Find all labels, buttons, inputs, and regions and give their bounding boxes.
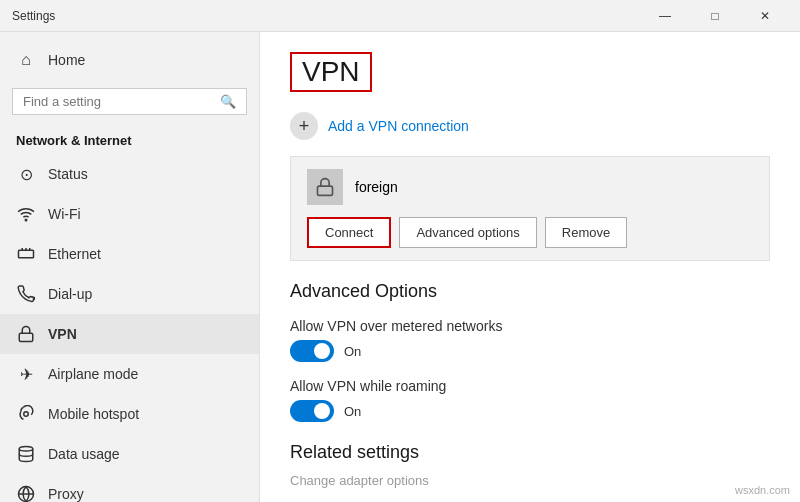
advanced-options-button[interactable]: Advanced options [399, 217, 536, 248]
wifi-icon [16, 204, 36, 224]
app-body: ⌂ Home 🔍 Network & Internet ⊙ Status Wi-… [0, 32, 800, 502]
svg-point-7 [19, 447, 33, 452]
vpn-connection-icon [307, 169, 343, 205]
status-icon: ⊙ [16, 164, 36, 184]
sidebar-section-title: Network & Internet [0, 123, 259, 154]
sidebar-item-hotspot[interactable]: Mobile hotspot [0, 394, 259, 434]
sidebar-item-proxy[interactable]: Proxy [0, 474, 259, 502]
toggle-metered-label: Allow VPN over metered networks [290, 318, 770, 334]
svg-rect-5 [19, 333, 33, 341]
add-vpn-label: Add a VPN connection [328, 118, 469, 134]
sidebar-home-label: Home [48, 52, 85, 68]
toggle-roaming-control: On [290, 400, 770, 422]
sidebar: ⌂ Home 🔍 Network & Internet ⊙ Status Wi-… [0, 32, 260, 502]
sidebar-item-label: Proxy [48, 486, 84, 502]
vpn-connection-name: foreign [355, 179, 398, 195]
toggle-roaming-row: Allow VPN while roaming On [290, 378, 770, 422]
toggle-roaming-label: Allow VPN while roaming [290, 378, 770, 394]
page-title: VPN [290, 52, 372, 92]
sidebar-item-label: Dial-up [48, 286, 92, 302]
minimize-button[interactable]: — [642, 0, 688, 32]
main-content: VPN + Add a VPN connection foreign Conne… [260, 32, 800, 502]
sidebar-item-label: Data usage [48, 446, 120, 462]
related-settings-heading: Related settings [290, 442, 770, 463]
data-icon [16, 444, 36, 464]
airplane-icon: ✈ [16, 364, 36, 384]
titlebar-title: Settings [12, 9, 55, 23]
titlebar-controls: — □ ✕ [642, 0, 788, 32]
sidebar-item-airplane[interactable]: ✈ Airplane mode [0, 354, 259, 394]
toggle-roaming-state: On [344, 404, 361, 419]
sidebar-item-wifi[interactable]: Wi-Fi [0, 194, 259, 234]
change-adapter-link[interactable]: Change adapter options [290, 473, 770, 488]
toggle-metered-row: Allow VPN over metered networks On [290, 318, 770, 362]
search-input[interactable] [23, 94, 212, 109]
sidebar-item-label: Airplane mode [48, 366, 138, 382]
sidebar-item-label: Status [48, 166, 88, 182]
toggle-metered-control: On [290, 340, 770, 362]
watermark: wsxdn.com [735, 484, 790, 496]
sidebar-item-label: VPN [48, 326, 77, 342]
add-plus-icon: + [290, 112, 318, 140]
sidebar-item-label: Wi-Fi [48, 206, 81, 222]
sidebar-item-ethernet[interactable]: Ethernet [0, 234, 259, 274]
ethernet-icon [16, 244, 36, 264]
vpn-connection-card: foreign Connect Advanced options Remove [290, 156, 770, 261]
sidebar-item-vpn[interactable]: VPN [0, 314, 259, 354]
maximize-button[interactable]: □ [692, 0, 738, 32]
remove-button[interactable]: Remove [545, 217, 627, 248]
sidebar-search-box[interactable]: 🔍 [12, 88, 247, 115]
vpn-icon [16, 324, 36, 344]
svg-point-6 [24, 412, 29, 417]
hotspot-icon [16, 404, 36, 424]
sidebar-item-label: Mobile hotspot [48, 406, 139, 422]
add-vpn-button[interactable]: + Add a VPN connection [290, 112, 770, 140]
proxy-icon [16, 484, 36, 502]
dialup-icon [16, 284, 36, 304]
sidebar-item-data[interactable]: Data usage [0, 434, 259, 474]
svg-rect-1 [19, 250, 34, 258]
toggle-roaming[interactable] [290, 400, 334, 422]
search-icon: 🔍 [220, 94, 236, 109]
vpn-connection-header: foreign [307, 169, 753, 205]
sidebar-item-label: Ethernet [48, 246, 101, 262]
sidebar-item-status[interactable]: ⊙ Status [0, 154, 259, 194]
vpn-action-buttons: Connect Advanced options Remove [307, 217, 753, 248]
advanced-options-heading: Advanced Options [290, 281, 770, 302]
close-button[interactable]: ✕ [742, 0, 788, 32]
home-icon: ⌂ [16, 50, 36, 70]
sidebar-item-home[interactable]: ⌂ Home [0, 40, 259, 80]
sidebar-item-dialup[interactable]: Dial-up [0, 274, 259, 314]
toggle-metered[interactable] [290, 340, 334, 362]
svg-point-0 [25, 219, 27, 221]
connect-button[interactable]: Connect [307, 217, 391, 248]
svg-rect-10 [318, 186, 333, 195]
toggle-metered-state: On [344, 344, 361, 359]
titlebar: Settings — □ ✕ [0, 0, 800, 32]
